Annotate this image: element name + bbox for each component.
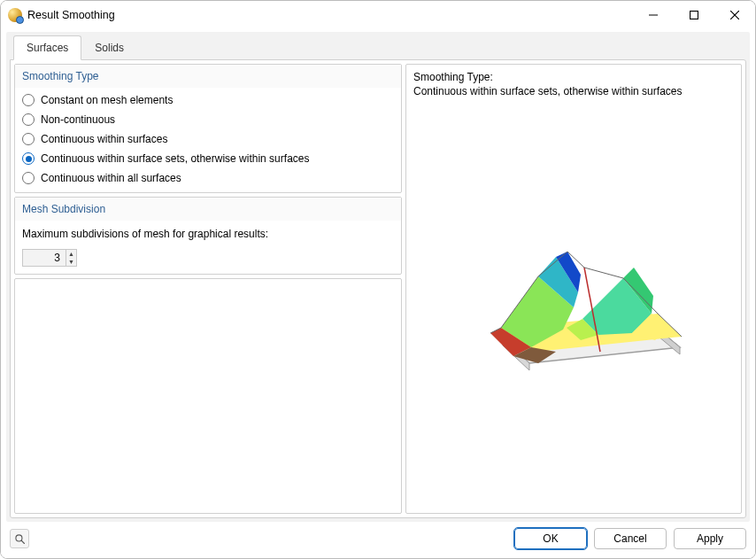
close-icon <box>730 11 739 19</box>
radio-non-continuous[interactable]: Non-continuous <box>22 113 394 127</box>
dialog-frame: Surfaces Solids Smoothing Type Constant … <box>6 32 750 522</box>
left-empty-panel <box>14 278 402 514</box>
help-button[interactable] <box>10 529 29 548</box>
tab-surfaces[interactable]: Surfaces <box>13 35 81 60</box>
window-buttons <box>633 1 755 29</box>
smoothing-type-header: Smoothing Type <box>15 65 401 88</box>
cancel-button[interactable]: Cancel <box>594 528 667 549</box>
maximize-icon <box>690 11 698 19</box>
radio-constant-on-mesh[interactable]: Constant on mesh elements <box>22 93 394 107</box>
radio-label: Continuous within all surfaces <box>41 172 181 184</box>
help-icon <box>14 533 26 545</box>
radio-icon <box>22 152 35 165</box>
mesh-subdivision-group: Mesh Subdivision Maximum subdivisions of… <box>14 197 402 275</box>
stepper-up-icon[interactable]: ▲ <box>66 250 76 258</box>
svg-line-19 <box>21 540 24 543</box>
stepper-down-icon[interactable]: ▼ <box>66 258 76 266</box>
subdivision-stepper[interactable]: 3 ▲ ▼ <box>22 249 77 267</box>
radio-continuous-surface-sets[interactable]: Continuous within surface sets, otherwis… <box>22 151 394 166</box>
window-title: Result Smoothing <box>27 9 115 21</box>
close-button[interactable] <box>714 1 755 29</box>
minimize-icon <box>649 11 658 19</box>
radio-continuous-all-surfaces[interactable]: Continuous within all surfaces <box>22 171 394 185</box>
radio-icon <box>22 94 35 106</box>
app-icon <box>8 8 22 22</box>
ok-button[interactable]: OK <box>514 528 587 549</box>
tab-strip: Surfaces Solids <box>10 35 746 60</box>
title-bar: Result Smoothing <box>1 1 755 29</box>
preview-description: Continuous within surface sets, otherwis… <box>413 84 734 98</box>
mesh-subdivision-header: Mesh Subdivision <box>15 198 401 221</box>
svg-rect-1 <box>690 12 698 19</box>
preview-label: Smoothing Type: <box>413 70 734 84</box>
radio-icon <box>22 113 35 126</box>
subdivision-label: Maximum subdivisions of mesh for graphic… <box>22 228 394 240</box>
radio-icon <box>22 172 35 184</box>
radio-continuous-within-surfaces[interactable]: Continuous within surfaces <box>22 132 394 146</box>
radio-label: Constant on mesh elements <box>41 94 173 106</box>
dialog-footer: OK Cancel Apply <box>1 524 755 558</box>
apply-button[interactable]: Apply <box>674 528 746 549</box>
tab-solids[interactable]: Solids <box>81 35 137 60</box>
maximize-button[interactable] <box>674 1 714 29</box>
radio-label: Continuous within surfaces <box>41 133 167 145</box>
left-column: Smoothing Type Constant on mesh elements… <box>14 64 402 514</box>
surface-plot-icon <box>450 223 698 383</box>
radio-icon <box>22 133 35 145</box>
subdivision-value: 3 <box>23 250 66 266</box>
preview-viewport <box>413 98 734 508</box>
smoothing-type-group: Smoothing Type Constant on mesh elements… <box>14 64 402 193</box>
radio-label: Continuous within surface sets, otherwis… <box>41 152 309 165</box>
stepper-arrows: ▲ ▼ <box>66 250 76 266</box>
radio-label: Non-continuous <box>41 113 115 126</box>
preview-panel: Smoothing Type: Continuous within surfac… <box>405 64 742 514</box>
minimize-button[interactable] <box>633 1 674 29</box>
tab-content: Smoothing Type Constant on mesh elements… <box>10 59 746 518</box>
